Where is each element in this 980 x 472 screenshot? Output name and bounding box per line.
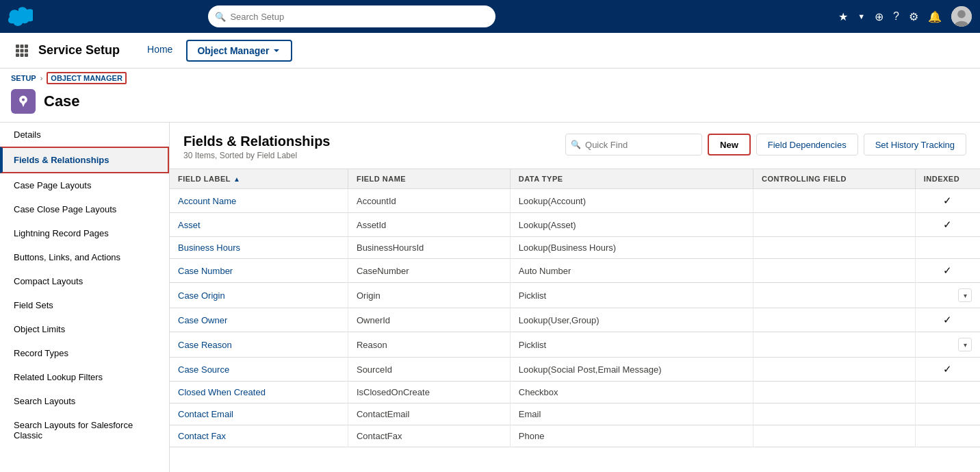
field-label-cell: Case Reason <box>170 332 348 358</box>
field-label-link[interactable]: Business Hours <box>178 243 240 253</box>
field-label-link[interactable]: Contact Fax <box>178 431 226 441</box>
breadcrumb-bar: SETUP › OBJECT MANAGER Case <box>0 69 980 123</box>
avatar[interactable] <box>951 6 972 27</box>
table-row: Case ReasonReasonPicklist▾ <box>170 332 980 358</box>
controlling-field-cell <box>753 308 915 332</box>
sidebar-item-case-page-layouts[interactable]: Case Page Layouts <box>0 173 169 197</box>
data-type-cell: Lookup(Account) <box>510 189 753 213</box>
dropdown-arrow-button[interactable]: ▾ <box>958 288 972 302</box>
col-header-field-label[interactable]: FIELD LABEL ▲ <box>170 169 348 189</box>
field-label-link[interactable]: Case Owner <box>178 315 227 325</box>
sidebar-item-search-layouts[interactable]: Search Layouts <box>0 389 169 413</box>
sidebar-item-fields-relationships[interactable]: Fields & Relationships <box>0 147 169 173</box>
indexed-cell <box>915 237 980 259</box>
field-label-cell: Contact Fax <box>170 425 348 447</box>
field-label-cell: Account Name <box>170 189 348 213</box>
sidebar-item-search-layouts-classic[interactable]: Search Layouts for Salesforce Classic <box>0 413 169 447</box>
field-name-cell: AssetId <box>348 213 510 237</box>
top-nav-actions: ★ ▼ ⊕ ? ⚙ 🔔 <box>838 6 972 27</box>
section-subtitle: 30 Items, Sorted by Field Label <box>183 151 330 160</box>
table-row: Contact EmailContactEmailEmail <box>170 403 980 425</box>
table-row: Case SourceSourceIdLookup(Social Post,Em… <box>170 358 980 382</box>
field-label-link[interactable]: Case Source <box>178 364 229 375</box>
svg-rect-5 <box>25 45 28 48</box>
field-name-cell: AccountId <box>348 189 510 213</box>
svg-rect-6 <box>16 49 19 52</box>
field-label-link[interactable]: Asset <box>178 220 201 230</box>
indexed-cell: ✓ <box>915 308 980 332</box>
breadcrumb-setup[interactable]: SETUP <box>11 74 36 82</box>
sidebar-item-buttons-links-actions[interactable]: Buttons, Links, and Actions <box>0 245 169 269</box>
sort-arrow-field-label: ▲ <box>233 175 240 183</box>
sidebar-item-compact-layouts[interactable]: Compact Layouts <box>0 269 169 293</box>
field-name-cell: ContactFax <box>348 425 510 447</box>
field-label-link[interactable]: Account Name <box>178 196 236 206</box>
quick-find-input[interactable] <box>565 134 702 156</box>
content-area: Details Fields & Relationships Case Page… <box>0 123 980 472</box>
table-header: FIELD LABEL ▲ FIELD NAME DATA TYPE CONTR… <box>170 169 980 189</box>
search-bar[interactable]: 🔍 <box>208 5 495 27</box>
controlling-field-cell <box>753 213 915 237</box>
field-label-cell: Contact Email <box>170 403 348 425</box>
new-button[interactable]: New <box>708 134 751 156</box>
col-header-indexed: INDEXED <box>915 169 980 189</box>
svg-rect-10 <box>21 53 24 57</box>
dropdown-arrow-button[interactable]: ▾ <box>958 338 972 351</box>
indexed-cell: ▾ <box>915 332 980 358</box>
field-label-link[interactable]: Case Origin <box>178 290 225 301</box>
nav-item-object-manager-wrapper: Object Manager <box>183 33 295 69</box>
nav-item-object-manager[interactable]: Object Manager <box>186 40 292 62</box>
table-row: Closed When CreatedIsClosedOnCreateCheck… <box>170 382 980 403</box>
apps-grid-icon[interactable] <box>11 40 33 62</box>
field-label-link[interactable]: Case Number <box>178 266 233 276</box>
field-name-cell: CaseNumber <box>348 259 510 283</box>
field-label-link[interactable]: Contact Email <box>178 409 233 419</box>
field-dependencies-button[interactable]: Field Dependencies <box>756 134 858 156</box>
sidebar-item-lightning-record-pages[interactable]: Lightning Record Pages <box>0 221 169 245</box>
set-history-tracking-button[interactable]: Set History Tracking <box>864 134 966 156</box>
sidebar-item-case-close-page-layouts[interactable]: Case Close Page Layouts <box>0 197 169 221</box>
quick-find-wrapper: 🔍 <box>565 134 702 156</box>
controlling-field-cell <box>753 189 915 213</box>
indexed-cell: ✓ <box>915 358 980 382</box>
search-input[interactable] <box>208 5 495 27</box>
field-label-link[interactable]: Case Reason <box>178 340 232 350</box>
controlling-field-cell <box>753 403 915 425</box>
field-name-cell: Reason <box>348 332 510 358</box>
sidebar-item-object-limits[interactable]: Object Limits <box>0 317 169 341</box>
main-header-left: Fields & Relationships 30 Items, Sorted … <box>183 134 330 160</box>
salesforce-logo[interactable] <box>8 3 33 30</box>
table-row: Account NameAccountIdLookup(Account)✓ <box>170 189 980 213</box>
favorites-star-icon[interactable]: ★ <box>838 10 848 23</box>
field-label-cell: Case Origin <box>170 283 348 308</box>
setup-gear-icon[interactable]: ⚙ <box>909 10 918 23</box>
indexed-cell: ✓ <box>915 259 980 283</box>
sidebar-item-record-types[interactable]: Record Types <box>0 341 169 365</box>
add-icon[interactable]: ⊕ <box>875 10 884 23</box>
indexed-checkmark: ✓ <box>943 363 952 375</box>
breadcrumb-object-manager[interactable]: OBJECT MANAGER <box>47 74 127 82</box>
col-header-data-type: DATA TYPE <box>510 169 753 189</box>
fields-table: FIELD LABEL ▲ FIELD NAME DATA TYPE CONTR… <box>170 169 980 447</box>
sidebar-item-details[interactable]: Details <box>0 123 169 147</box>
indexed-checkmark: ✓ <box>943 219 952 230</box>
quick-find-icon: 🔍 <box>571 140 581 149</box>
svg-rect-11 <box>25 53 28 57</box>
sidebar-item-field-sets[interactable]: Field Sets <box>0 293 169 317</box>
field-name-cell: SourceId <box>348 358 510 382</box>
notifications-bell-icon[interactable]: 🔔 <box>928 10 942 23</box>
favorites-dropdown-icon[interactable]: ▼ <box>858 12 865 21</box>
table-row: Case OriginOriginPicklist▾ <box>170 283 980 308</box>
svg-rect-9 <box>16 53 19 57</box>
field-label-link[interactable]: Closed When Created <box>178 387 266 397</box>
sidebar-item-related-lookup-filters[interactable]: Related Lookup Filters <box>0 365 169 389</box>
svg-rect-4 <box>21 45 24 48</box>
help-icon[interactable]: ? <box>893 10 899 23</box>
field-name-cell: ContactEmail <box>348 403 510 425</box>
indexed-cell <box>915 403 980 425</box>
indexed-cell: ✓ <box>915 189 980 213</box>
nav-item-home[interactable]: Home <box>136 33 183 69</box>
data-type-cell: Checkbox <box>510 382 753 403</box>
field-label-cell: Case Owner <box>170 308 348 332</box>
indexed-cell: ▾ <box>915 283 980 308</box>
